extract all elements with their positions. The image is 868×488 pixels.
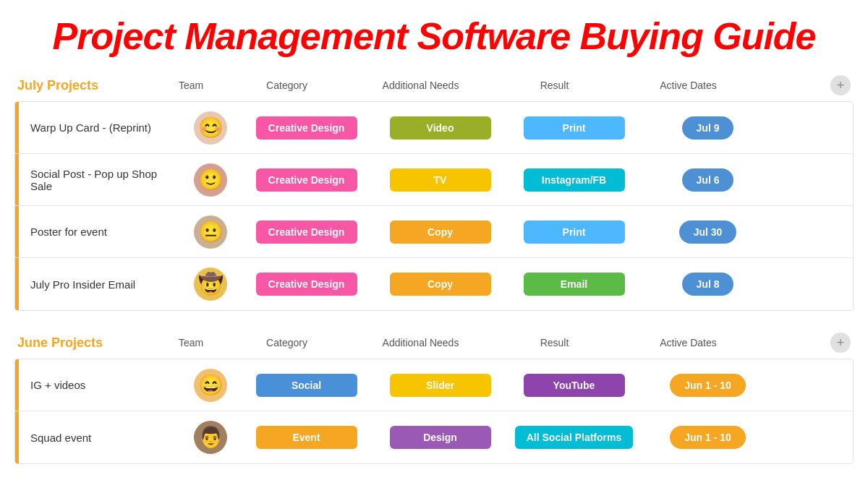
row-date: Jul 6 [641,164,775,196]
category-tag: Creative Design [256,221,357,244]
section-july: July ProjectsTeamCategoryAdditional Need… [14,75,854,311]
avatar: 👨 [194,421,227,454]
row-additional: Design [373,421,507,453]
row-result: Print [507,216,641,248]
row-name: Warp Up Card - (Reprint) [19,116,182,140]
row-category: Creative Design [239,164,373,196]
row-team: 😊 [182,111,239,145]
additional-tag: Copy [390,221,491,244]
result-tag: Instagram/FB [524,168,625,192]
row-result: Instagram/FB [507,164,641,196]
row-category: Event [239,421,373,453]
section-june: June ProjectsTeamCategoryAdditional Need… [14,333,854,464]
additional-tag: Copy [390,273,491,296]
col-header-active-dates: Active Dates [621,80,755,91]
add-button-june[interactable]: + [830,333,851,353]
col-header-active-dates: Active Dates [621,337,755,348]
row-result: All Social Platforms [507,421,641,453]
row-category: Creative Design [239,112,373,144]
row-name: IG + videos [19,373,182,397]
row-date: Jul 9 [641,112,775,144]
additional-tag: TV [390,168,491,192]
category-tag: Creative Design [256,168,357,192]
row-team: 👨 [182,421,239,454]
row-date: Jun 1 - 10 [641,369,775,401]
row-result: Email [507,268,641,300]
date-tag: Jun 1 - 10 [670,426,746,449]
row-team: 🤠 [182,267,239,301]
result-tag: Email [524,273,625,296]
section-title-july: July Projects [17,78,162,93]
table-row: Squad event👨EventDesignAll Social Platfo… [15,411,853,463]
table-row: IG + videos😄SocialSliderYouTubeJun 1 - 1… [15,359,853,411]
row-date: Jun 1 - 10 [641,421,775,453]
col-header-result: Result [488,80,621,91]
col-header-additional-needs: Additional Needs [354,80,488,91]
row-result: Print [507,112,641,144]
result-tag: Print [524,116,625,140]
col-header-result: Result [488,337,621,348]
date-tag: Jul 9 [682,116,734,140]
table-row: Poster for event😐Creative DesignCopyPrin… [15,206,853,258]
row-team: 😐 [182,215,239,249]
avatar: 😄 [194,369,227,402]
date-tag: Jun 1 - 10 [670,374,746,397]
row-date: Jul 8 [641,268,775,300]
avatar: 😐 [194,215,227,249]
row-additional: Slider [373,369,507,401]
row-category: Creative Design [239,268,373,300]
category-tag: Event [256,426,357,449]
row-name: Squad event [19,426,182,450]
row-team: 🙂 [182,163,239,197]
date-tag: Jul 6 [682,168,734,192]
row-additional: Copy [373,216,507,248]
row-additional: Video [373,112,507,144]
row-additional: Copy [373,268,507,300]
result-tag: YouTube [524,374,625,397]
table-row: Social Post - Pop up Shop Sale🙂Creative … [15,154,853,206]
col-header-category: Category [220,80,354,91]
table-row: July Pro Insider Email🤠Creative DesignCo… [15,258,853,310]
row-additional: TV [373,164,507,196]
result-tag: All Social Platforms [515,426,633,449]
row-category: Social [239,369,373,401]
category-tag: Creative Design [256,273,357,296]
category-tag: Creative Design [256,116,357,140]
col-header-additional-needs: Additional Needs [354,337,488,348]
row-team: 😄 [182,369,239,402]
add-button-july[interactable]: + [830,75,851,95]
date-tag: Jul 30 [679,221,737,244]
table-row: Warp Up Card - (Reprint)😊Creative Design… [15,102,853,154]
table-july: Warp Up Card - (Reprint)😊Creative Design… [14,101,854,311]
row-name: July Pro Insider Email [19,273,182,296]
col-header-category: Category [220,337,354,348]
row-name: Social Post - Pop up Shop Sale [19,162,182,198]
additional-tag: Slider [390,374,491,397]
row-name: Poster for event [19,220,182,244]
table-june: IG + videos😄SocialSliderYouTubeJun 1 - 1… [14,359,854,464]
additional-tag: Design [390,426,491,449]
avatar: 🙂 [194,163,227,197]
row-category: Creative Design [239,216,373,248]
section-title-june: June Projects [17,335,162,351]
avatar: 😊 [194,111,227,145]
page-title: Project Management Software Buying Guide [14,14,854,58]
additional-tag: Video [390,116,491,140]
row-result: YouTube [507,369,641,401]
category-tag: Social [256,374,357,397]
row-date: Jul 30 [641,216,775,248]
date-tag: Jul 8 [682,273,734,296]
result-tag: Print [524,221,625,244]
col-header-team: Team [162,80,220,91]
avatar: 🤠 [194,267,227,301]
col-header-team: Team [162,337,220,348]
